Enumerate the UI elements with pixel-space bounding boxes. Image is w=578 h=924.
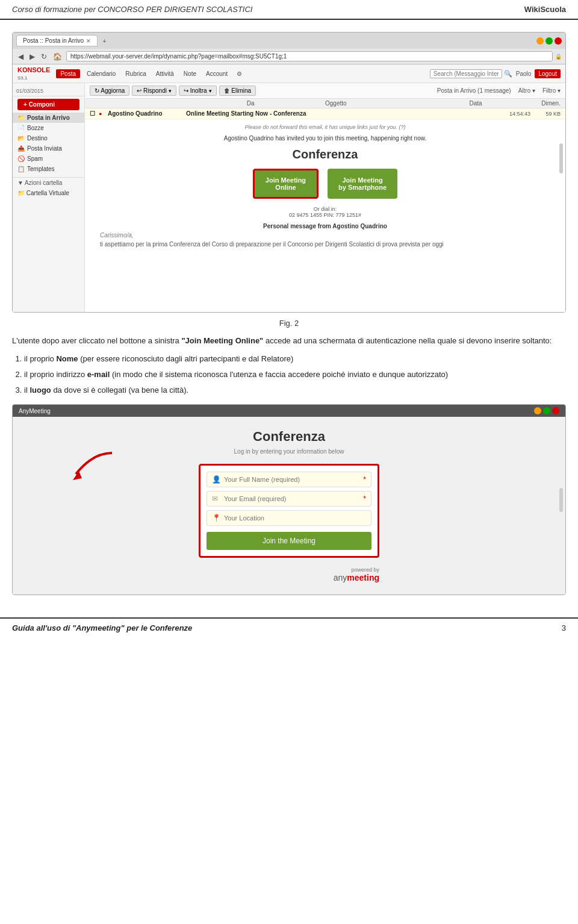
email-forward-note: Please do not forward this email, it has… — [94, 124, 556, 130]
mail-checkbox[interactable]: ☐ — [90, 110, 99, 117]
mail-subject-text: Online Meeting Starting Now - Conferenza — [186, 110, 488, 117]
window-controls — [536, 37, 562, 45]
date-display: 01/03/2015 — [16, 88, 43, 94]
page-header: Corso di formazione per CONCORSO PER DIR… — [0, 0, 578, 20]
bold-email: e-mail — [87, 370, 110, 379]
user-icon: 👤 — [212, 475, 220, 484]
conference-title: Conferenza — [94, 148, 556, 161]
folder-templates[interactable]: 📋 Templates — [13, 164, 84, 174]
location-input[interactable] — [224, 514, 366, 522]
main-content: Posta :: Posta in Arrivo ✕ + ◀ ▶ ↻ 🏠 htt… — [0, 20, 578, 608]
required-star-name: * — [363, 475, 366, 484]
virtual-folder[interactable]: 📁 Cartella Virtuale — [13, 188, 84, 198]
list-item-2: il proprio indirizzo e-mail (in modo che… — [24, 368, 566, 381]
unread-icon: ● — [99, 111, 108, 117]
folder-destino[interactable]: 📂 Destino — [13, 133, 84, 143]
footer-page-number: 3 — [562, 623, 566, 632]
nav-account[interactable]: Account — [203, 69, 231, 78]
settings-icon[interactable]: ⚙ — [237, 70, 242, 77]
delete-button[interactable]: 🗑 Elimina — [219, 86, 256, 96]
body-paragraph: L'utente dopo aver cliccato nel bottone … — [12, 335, 566, 348]
page-footer: Guida all'uso di "Anymeeting" per le Con… — [0, 617, 578, 637]
col-date: Data — [403, 100, 482, 107]
webmail-body: 01/03/2015 + Componi 📁 Posta in Arrivo 📄… — [13, 83, 565, 312]
anymeeting-form: 👤 * ✉ * 📍 — [199, 464, 379, 558]
list-item-1: il proprio Nome (per essere riconosciuto… — [24, 352, 566, 366]
nav-rubrica[interactable]: Rubrica — [122, 69, 149, 78]
nav-note[interactable]: Note — [181, 69, 199, 78]
fig-caption: Fig. 2 — [12, 319, 566, 328]
inbox-status: Posta in Arrivo (1 message) — [437, 87, 511, 94]
nav-calendario[interactable]: Calendario — [84, 69, 119, 78]
folder-icon-inviata: 📤 — [17, 145, 25, 152]
search-input[interactable] — [430, 69, 502, 78]
reply-button[interactable]: ↩ Rispondi ▾ — [132, 86, 176, 96]
am-minimize-icon[interactable] — [534, 407, 541, 414]
nav-posta-btn[interactable]: Posta — [56, 69, 80, 78]
folder-actions[interactable]: ▼ Azioni cartella — [13, 177, 84, 188]
back-button[interactable]: ◀ — [16, 52, 25, 61]
am-window-controls — [534, 407, 559, 414]
browser-toolbar: ◀ ▶ ↻ 🏠 https://webmail.your-server.de/i… — [13, 49, 565, 64]
bold-nome: Nome — [56, 354, 78, 363]
compose-button[interactable]: + Componi — [17, 99, 79, 110]
required-star-email: * — [363, 495, 366, 503]
forward-button[interactable]: ▶ — [28, 52, 37, 61]
folder-bozze[interactable]: 📄 Bozze — [13, 123, 84, 133]
browser-screenshot: Posta :: Posta in Arrivo ✕ + ◀ ▶ ↻ 🏠 htt… — [12, 32, 566, 313]
anymeeting-body: Conferenza Log in by entering your infor… — [13, 417, 565, 595]
name-field-container: 👤 * — [207, 472, 371, 487]
email-field-container: ✉ * — [207, 491, 371, 507]
webmail-logo: KONSOLE S3.1 — [17, 66, 50, 81]
email-input[interactable] — [224, 495, 359, 502]
plus-icon: + — [23, 101, 29, 108]
bold-luogo: luogo — [30, 386, 51, 395]
refresh-button[interactable]: ↻ — [39, 52, 49, 61]
new-tab-btn[interactable]: + — [100, 37, 108, 45]
col-subject: Oggetto — [325, 100, 403, 107]
other-label: Altro ▾ — [518, 87, 535, 94]
body-text-1: L'utente dopo aver cliccato nel bottone … — [12, 336, 179, 345]
folder-posta-arrivo[interactable]: 📁 Posta in Arrivo — [13, 113, 84, 123]
col-size: Dimen. — [482, 100, 561, 107]
msg-body-text: ti aspettiamo per la prima Conferenza de… — [100, 241, 550, 248]
powered-by: powered by anymeeting — [199, 567, 379, 582]
search-icon[interactable]: 🔍 — [504, 70, 512, 78]
forward-button[interactable]: ↪ Inoltra ▾ — [179, 86, 217, 96]
am-scroll-indicator[interactable] — [559, 488, 563, 512]
am-close-icon[interactable] — [552, 407, 559, 414]
body-text-2: accede ad una schermata di autenticazion… — [266, 336, 552, 345]
folder-spam[interactable]: 🚫 Spam — [13, 154, 84, 164]
join-meeting-button[interactable]: Join the Meeting — [207, 532, 371, 550]
minimize-icon[interactable] — [536, 37, 544, 45]
filter-label: Filtro ▾ — [542, 87, 561, 94]
anymeeting-screenshot: AnyMeeting Conferenza Log in b — [12, 404, 566, 595]
am-maximize-icon[interactable] — [543, 407, 550, 414]
full-name-input[interactable] — [224, 476, 359, 483]
brand-name: WikiScuola — [524, 5, 566, 14]
folder-icon-spam: 🚫 — [17, 155, 25, 162]
anymeeting-logo: anymeeting — [334, 573, 379, 582]
browser-tab[interactable]: Posta :: Posta in Arrivo ✕ — [16, 35, 98, 46]
close-icon[interactable] — [555, 37, 562, 45]
course-title: Corso di formazione per CONCORSO PER DIR… — [12, 5, 252, 14]
tab-close-icon[interactable]: ✕ — [86, 38, 91, 44]
folder-icon: 📁 — [17, 114, 25, 121]
join-smartphone-button[interactable]: Join Meetingby Smartphone — [328, 169, 397, 199]
nav-attivita[interactable]: Attività — [153, 69, 177, 78]
anymeeting-header: AnyMeeting — [13, 405, 565, 417]
numbered-list: il proprio Nome (per essere riconosciuto… — [24, 352, 566, 397]
ssl-icon: 🔒 — [555, 54, 562, 60]
maximize-icon[interactable] — [545, 37, 553, 45]
browser-chrome: Posta :: Posta in Arrivo ✕ + — [13, 33, 565, 49]
folder-posta-inviata[interactable]: 📤 Posta Inviata — [13, 143, 84, 154]
refresh-mail-button[interactable]: ↻ Aggiorna — [90, 86, 129, 96]
home-button[interactable]: 🏠 — [51, 52, 64, 61]
mail-main-area: ↻ Aggiorna ↩ Rispondi ▾ ↪ Inoltra ▾ 🗑 El… — [85, 83, 565, 312]
address-bar[interactable]: https://webmail.your-server.de/imp/dynam… — [66, 51, 553, 61]
search-area: 🔍 — [430, 69, 512, 78]
mail-row[interactable]: ☐ ● Agostino Quadrino Online Meeting Sta… — [85, 108, 565, 119]
scroll-indicator[interactable] — [559, 143, 563, 173]
join-online-button[interactable]: Join MeetingOnline — [253, 169, 319, 199]
logout-button[interactable]: Logout — [535, 69, 561, 78]
